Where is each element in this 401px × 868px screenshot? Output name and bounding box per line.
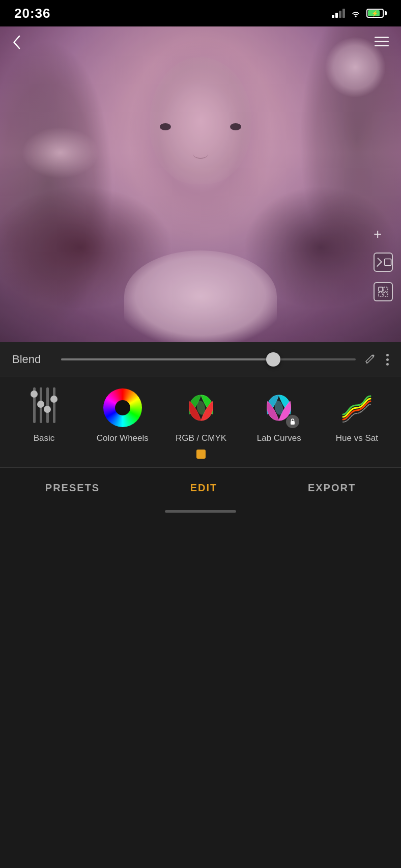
tool-color-wheels[interactable]: Color Wheels: [97, 387, 149, 443]
blend-slider[interactable]: [61, 358, 356, 360]
color-wheel-icon: [102, 387, 143, 428]
menu-button[interactable]: [373, 35, 391, 48]
color-wheels-label: Color Wheels: [97, 433, 149, 443]
rgb-cmyk-label: RGB / CMYK: [176, 433, 226, 443]
svg-rect-4: [384, 292, 388, 296]
tool-lab-curves[interactable]: Lab Curves: [253, 387, 304, 443]
nav-presets[interactable]: PRESETS: [35, 478, 110, 498]
blend-bar: Blend: [0, 342, 401, 377]
home-indicator: [0, 506, 401, 521]
tool-rgb-cmyk[interactable]: RGB / CMYK: [176, 387, 226, 459]
status-icons: ⚡: [332, 9, 387, 18]
home-bar: [165, 510, 236, 513]
menu-line: [375, 37, 389, 38]
hue-sat-icon: [336, 387, 377, 428]
dot: [386, 358, 389, 361]
status-bar: 20:36 ⚡: [0, 0, 401, 26]
dot: [386, 354, 389, 356]
nav-edit[interactable]: EDIT: [180, 478, 228, 498]
basic-label: Basic: [34, 433, 55, 443]
back-button[interactable]: [10, 35, 22, 54]
lab-curves-icon: [259, 387, 299, 428]
hue-vs-sat-label: Hue vs Sat: [336, 433, 378, 443]
zoom-in-button[interactable]: +: [374, 226, 393, 242]
rgb-cmyk-icon: [181, 387, 221, 428]
more-options-button[interactable]: [386, 354, 389, 366]
basic-icon: [24, 387, 65, 428]
signal-bars-icon: [332, 9, 345, 18]
dot: [386, 363, 389, 366]
photo-container[interactable]: +: [0, 26, 401, 342]
svg-rect-3: [379, 292, 383, 296]
svg-rect-8: [291, 421, 295, 425]
blend-label: Blend: [12, 353, 53, 366]
color-wheel-circle: [103, 388, 142, 427]
menu-line: [375, 41, 389, 42]
pencil-button[interactable]: [364, 351, 377, 368]
blend-slider-fill: [61, 358, 273, 360]
right-controls: +: [374, 226, 393, 301]
nav-export[interactable]: EXPORT: [298, 478, 366, 498]
menu-line: [375, 45, 389, 46]
grid-button[interactable]: [374, 282, 393, 301]
tool-basic[interactable]: Basic: [19, 387, 70, 443]
status-time: 20:36: [14, 6, 51, 21]
wifi-icon: [350, 9, 361, 17]
lab-curves-label: Lab Curves: [257, 433, 301, 443]
blend-actions: [364, 351, 389, 368]
tools-panel: Basic Color Wheels RGB / CMYK: [0, 377, 401, 467]
blend-slider-thumb[interactable]: [266, 352, 280, 367]
svg-rect-2: [384, 287, 388, 291]
svg-rect-0: [384, 259, 391, 266]
arrow-right-icon: [373, 258, 382, 267]
crop-button[interactable]: [374, 253, 393, 272]
color-wheel-center: [115, 400, 130, 415]
svg-rect-1: [379, 287, 383, 291]
bottom-nav: PRESETS EDIT EXPORT: [0, 467, 401, 506]
battery-icon: ⚡: [366, 9, 387, 18]
rgb-cmyk-active-dot: [196, 450, 206, 459]
tool-hue-vs-sat[interactable]: Hue vs Sat: [331, 387, 382, 443]
